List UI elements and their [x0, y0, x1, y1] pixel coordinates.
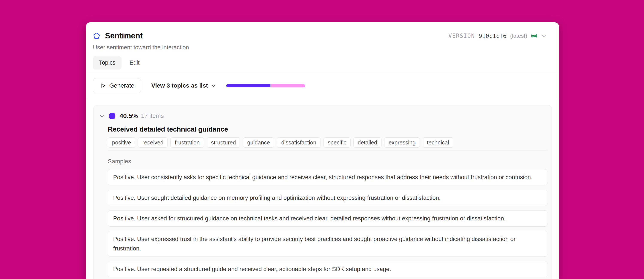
tag-chip: dissatisfaction	[277, 137, 320, 148]
play-icon	[100, 82, 106, 89]
tag-chip: received	[138, 137, 168, 148]
tag-chip: structured	[207, 137, 240, 148]
sample-item: Positive. User sought detailed guidance …	[108, 190, 548, 206]
pentagon-icon	[93, 32, 100, 40]
version-label: VERSION	[448, 32, 475, 39]
topic-header[interactable]: 40.5% 17 items	[99, 112, 548, 120]
tab-bar: Topics Edit	[93, 56, 547, 70]
chevron-down-icon[interactable]	[541, 33, 547, 39]
chevron-down-icon	[211, 83, 216, 88]
tag-chip: guidance	[243, 137, 274, 148]
topic-distribution-bar	[226, 84, 305, 87]
samples-heading: Samples	[108, 158, 548, 165]
tag-chip: specific	[324, 137, 351, 148]
topic-percent: 40.5%	[120, 112, 138, 120]
sentiment-panel: Sentiment VERSION 910c1cf6 (latest)	[86, 22, 559, 279]
distribution-segment-pink	[271, 84, 305, 87]
sample-item: Positive. User consistently asks for spe…	[108, 169, 548, 186]
version-hash: 910c1cf6	[478, 32, 506, 39]
tag-chip: technical	[423, 137, 454, 148]
tag-chip: positive	[108, 137, 135, 148]
chevron-down-icon[interactable]	[99, 113, 105, 119]
tag-chip: detailed	[353, 137, 382, 148]
version-latest-badge: (latest)	[510, 32, 527, 39]
topics-list: 40.5% 17 items Received detailed technic…	[86, 98, 559, 279]
page-subtitle: User sentiment toward the interaction	[93, 44, 547, 51]
distribution-segment-purple	[226, 84, 270, 87]
tag-chip: frustration	[170, 137, 204, 148]
tab-topics[interactable]: Topics	[93, 56, 122, 70]
generate-button[interactable]: Generate	[93, 78, 141, 93]
panel-header: Sentiment VERSION 910c1cf6 (latest)	[86, 22, 559, 73]
generate-button-label: Generate	[109, 82, 134, 89]
toolbar: Generate View 3 topics as list	[86, 73, 559, 98]
sample-item: Positive. User expressed trust in the as…	[108, 231, 548, 257]
topic-card: 40.5% 17 items Received detailed technic…	[94, 105, 552, 279]
view-topics-label: View 3 topics as list	[151, 82, 208, 89]
topic-swatch	[109, 113, 115, 119]
tab-edit[interactable]: Edit	[124, 56, 146, 70]
sample-item: Positive. User asked for structured guid…	[108, 210, 548, 227]
broadcast-live-icon	[531, 32, 537, 39]
page-title: Sentiment	[105, 31, 142, 40]
topic-title: Received detailed technical guidance	[108, 125, 548, 133]
topic-item-count: 17 items	[141, 112, 164, 119]
sample-item: Positive. User requested a structured gu…	[108, 261, 548, 277]
view-topics-dropdown[interactable]: View 3 topics as list	[151, 82, 216, 89]
tag-chip: expressing	[384, 137, 420, 148]
version-selector[interactable]: VERSION 910c1cf6 (latest)	[448, 32, 547, 39]
topic-tags: positive received frustration structured…	[108, 137, 548, 150]
